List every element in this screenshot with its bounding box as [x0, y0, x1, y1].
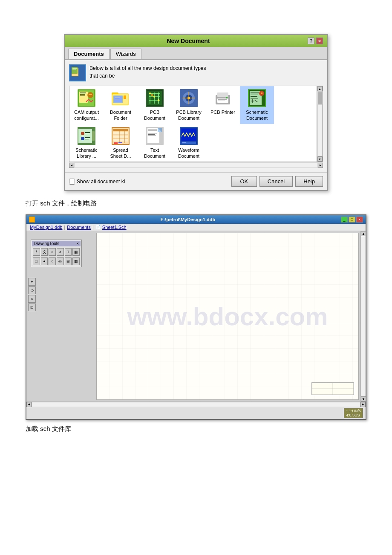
- tool-T[interactable]: T: [65, 248, 72, 256]
- info-text: Below is a list of all the new design do…: [89, 64, 206, 80]
- status-right: ↑ 1:UN/5 4:0.5US: [344, 408, 363, 418]
- title-block: [311, 382, 354, 395]
- doc-label-wave: WaveformDocument: [178, 147, 199, 159]
- minimize-button[interactable]: _: [341, 217, 348, 223]
- app-titlebar: F:\petrol\MyDesign1.ddb _ □ ×: [26, 215, 366, 224]
- doc-label-sch: SchematicDocument: [246, 109, 268, 121]
- drawing-tools-title: DrawingTools ×: [32, 241, 81, 246]
- tool-slash[interactable]: /: [33, 248, 40, 256]
- show-all-checkbox[interactable]: [69, 179, 75, 185]
- tool-arc[interactable]: ∧: [57, 248, 64, 256]
- svg-rect-74: [113, 139, 128, 142]
- side-tool-x[interactable]: ×: [28, 295, 36, 303]
- dialog-footer: Show all document ki OK Cancel Help: [65, 172, 327, 190]
- tool-rect[interactable]: □: [33, 257, 40, 265]
- vscroll-thumb[interactable]: [318, 92, 322, 104]
- tool-text[interactable]: 文: [41, 248, 48, 256]
- svg-rect-13: [89, 94, 92, 95]
- tab-documents[interactable]: Documents: [68, 49, 110, 59]
- doc-item-pcblib[interactable]: PCB LibraryDocument: [172, 86, 206, 124]
- side-tool-box[interactable]: ⊡: [28, 304, 36, 311]
- close-icon[interactable]: ×: [316, 38, 323, 44]
- vscroll-up-btn[interactable]: ▲: [317, 86, 323, 91]
- doc-item-printer[interactable]: PCB Printer: [206, 86, 240, 124]
- hscroll-right-app[interactable]: ►: [360, 402, 366, 407]
- hscroll-track[interactable]: [74, 163, 318, 168]
- svg-rect-83: [148, 130, 157, 130]
- hscroll-left-btn[interactable]: ◄: [69, 163, 74, 168]
- doc-item-sch[interactable]: SchematicDocument: [240, 86, 274, 124]
- path-item-sheet[interactable]: Sheet1.Sch: [102, 225, 127, 230]
- svg-rect-10: [80, 94, 85, 95]
- cancel-button[interactable]: Cancel: [259, 176, 293, 187]
- doc-label-spread: SpreadSheet D...: [110, 147, 131, 159]
- svg-rect-63: [85, 132, 90, 133]
- path-item-documents[interactable]: Documents: [67, 225, 91, 230]
- hscroll-left-app[interactable]: ◄: [26, 402, 32, 407]
- doc-row-1: CAM outputconfigurat...: [69, 86, 317, 124]
- text-icon: [145, 127, 164, 145]
- grid-hscroll: ◄ ►: [69, 162, 323, 168]
- app-statusbar: ↑ 1:UN/5 4:0.5US: [26, 407, 366, 419]
- schlib-icon: [77, 127, 96, 145]
- status-info-box: ↑ 1:UN/5 4:0.5US: [344, 408, 363, 418]
- footer-buttons: OK Cancel Help: [231, 176, 323, 187]
- tool-oval[interactable]: ○: [49, 257, 56, 265]
- app-window: F:\petrol\MyDesign1.ddb _ □ × MyDesign1.…: [26, 214, 366, 420]
- vscroll-down-app[interactable]: ▼: [361, 396, 366, 402]
- ok-button[interactable]: OK: [231, 176, 257, 187]
- doc-label-printer: PCB Printer: [210, 109, 235, 115]
- footer-checkbox-label: Show all document ki: [77, 179, 125, 185]
- svg-rect-20: [115, 99, 119, 99]
- svg-rect-5: [72, 71, 76, 71]
- svg-rect-73: [113, 136, 128, 138]
- path-sch-icon: 📄: [95, 225, 101, 230]
- tool-pattern[interactable]: ▦: [72, 257, 80, 265]
- doc-item-cam[interactable]: CAM outputconfigurat...: [69, 86, 104, 124]
- svg-rect-50: [251, 92, 259, 93]
- app-close-button[interactable]: ×: [356, 217, 363, 223]
- svg-point-33: [158, 99, 159, 101]
- doc-item-wave[interactable]: WaveformDocument: [172, 124, 206, 162]
- vscroll-up-app[interactable]: ▲: [361, 231, 366, 236]
- doc-item-pcb[interactable]: PCBDocument: [138, 86, 172, 124]
- tools-close-icon[interactable]: ×: [76, 241, 79, 246]
- help-icon[interactable]: ?: [308, 38, 314, 44]
- side-tool-plus[interactable]: +: [28, 278, 36, 286]
- path-item-mydesign[interactable]: MyDesign1.ddb: [30, 225, 62, 230]
- doc-item-schlib[interactable]: SchematicLibrary ...: [69, 124, 104, 162]
- help-button[interactable]: Help: [295, 176, 323, 187]
- checkbox-area: Show all document ki: [69, 179, 227, 185]
- tool-circle[interactable]: ○: [49, 248, 56, 256]
- doc-label-pcb: PCBDocument: [144, 109, 165, 121]
- doc-label-schlib: SchematicLibrary ...: [75, 147, 97, 159]
- tool-target[interactable]: ◎: [57, 257, 64, 265]
- status-line2: 4:0.5US: [346, 413, 361, 417]
- app-title-text: F:\petrol\MyDesign1.ddb: [35, 217, 341, 222]
- schematic-area[interactable]: www.bdocx.com: [97, 233, 358, 399]
- vscroll-track[interactable]: [317, 91, 323, 156]
- tool-grid[interactable]: ▦: [72, 248, 80, 256]
- maximize-button[interactable]: □: [349, 217, 355, 223]
- tab-wizards[interactable]: Wizards: [110, 49, 141, 59]
- info-icon: [69, 64, 86, 81]
- doc-item-spread[interactable]: SpreadSheet D...: [104, 124, 138, 162]
- svg-rect-68: [92, 131, 95, 141]
- svg-rect-11: [80, 95, 85, 96]
- tool-dot[interactable]: ●: [41, 257, 48, 265]
- doc-item-text[interactable]: TextDocument: [138, 124, 172, 162]
- app-scrollbar-right[interactable]: ▲ ▼: [360, 231, 366, 402]
- app-content: DrawingTools × / 文 ○ ∧ T ▦ □ ● ○: [26, 231, 366, 402]
- doc-item-folder[interactable]: DocumentFolder: [104, 86, 138, 124]
- vscroll-track-app[interactable]: [361, 236, 366, 396]
- status-line1: ↑ 1:UN/5: [346, 409, 361, 413]
- hscroll-track-app[interactable]: [32, 402, 360, 407]
- side-tool-diamond[interactable]: ◇: [28, 286, 36, 294]
- app-scrollbar-bottom[interactable]: ◄ ►: [26, 402, 366, 407]
- doc-label-pcblib: PCB LibraryDocument: [176, 109, 201, 121]
- vscroll-down-btn[interactable]: ▼: [317, 156, 323, 162]
- hscroll-right-btn[interactable]: ►: [318, 163, 323, 168]
- svg-rect-9: [80, 92, 86, 93]
- sch-icon: [248, 89, 266, 107]
- tool-cross[interactable]: ⊞: [65, 257, 72, 265]
